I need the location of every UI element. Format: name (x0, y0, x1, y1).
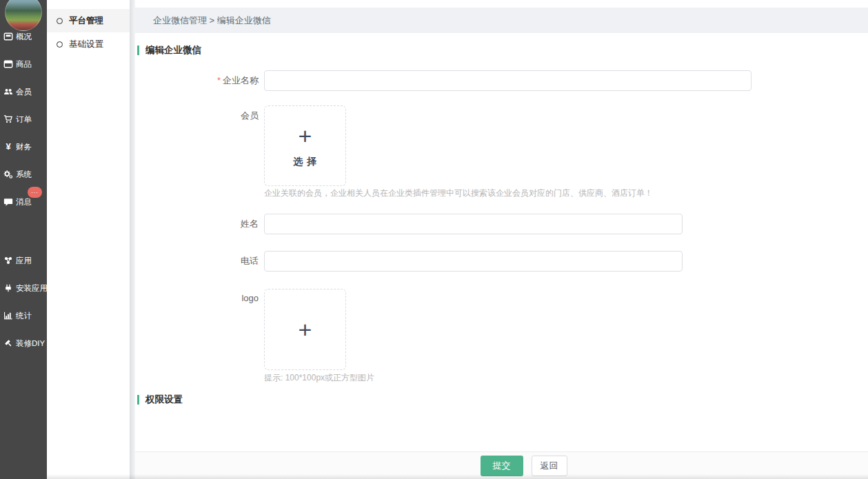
section-accent-bar (137, 395, 139, 405)
section-accent-bar (137, 45, 139, 55)
circle-icon (57, 41, 63, 48)
secondary-sidebar: 平台管理 基础设置 (47, 0, 130, 479)
sidebar-divider (130, 0, 135, 479)
plus-icon: + (299, 124, 312, 147)
logo-label: logo (135, 292, 259, 305)
sidebar-item-system[interactable]: 系统 (0, 161, 47, 188)
sidebar-item-goods[interactable]: 商品 (0, 50, 47, 78)
orders-icon (3, 114, 13, 124)
sidebar-item-label: 装修DIY (16, 338, 45, 349)
phone-label: 电话 (135, 251, 259, 272)
member-select-box[interactable]: + 选 择 (264, 105, 346, 186)
goods-icon (3, 59, 13, 69)
member-helper-text: 企业关联的会员，企业相关人员在企业类插件管理中可以搜索该企业会员对应的门店、供应… (264, 187, 653, 199)
logo-upload-box[interactable]: + (264, 289, 346, 370)
sidebar-item-label: 概况 (16, 32, 32, 42)
section-title-edit: 编辑企业微信 (137, 44, 201, 57)
submenu-item-platform-management[interactable]: 平台管理 (47, 9, 130, 32)
stats-icon (3, 311, 13, 320)
form-footer: 提交 返回 (135, 451, 868, 479)
sidebar-item-label: 商品 (16, 59, 32, 70)
finance-icon: ¥ (3, 142, 13, 152)
phone-input[interactable] (264, 251, 683, 272)
circle-icon (57, 18, 63, 24)
member-label: 会员 (135, 109, 259, 123)
back-button[interactable]: 返回 (532, 456, 567, 476)
member-select-label: 选 择 (293, 156, 317, 168)
diy-icon (3, 338, 13, 348)
message-badge: ... (28, 187, 42, 198)
name-input[interactable] (264, 214, 683, 234)
sidebar-item-install-apps[interactable]: 安装应用 (0, 274, 47, 302)
members-icon (3, 87, 13, 96)
sidebar-item-members[interactable]: 会员 (0, 78, 47, 105)
sidebar-item-label: 订单 (16, 114, 32, 125)
sidebar-item-orders[interactable]: 订单 (0, 105, 47, 133)
logo-hint-text: 提示: 100*100px或正方型图片 (264, 372, 374, 384)
sidebar-item-overview[interactable]: 概况 (0, 23, 47, 50)
system-icon (3, 170, 13, 179)
message-icon (3, 197, 13, 207)
sidebar-item-label: 统计 (16, 311, 32, 321)
sidebar-nav-top: 概况 商品 会员 订单 ¥ 财务 系统 消息 (0, 23, 47, 216)
sidebar-nav-bottom: 应用 安装应用 统计 装修DIY (0, 247, 47, 357)
breadcrumb[interactable]: 企业微信管理 > 编辑企业微信 (135, 8, 868, 33)
required-asterisk: * (217, 75, 221, 85)
section-title-text: 编辑企业微信 (145, 44, 201, 57)
company-name-input[interactable] (264, 70, 751, 91)
sidebar-item-label: 财务 (16, 142, 32, 152)
main-sidebar: 概况 商品 会员 订单 ¥ 财务 系统 消息 ... 应用 (0, 0, 47, 479)
apps-icon (3, 256, 13, 265)
install-apps-icon (3, 283, 13, 293)
sidebar-item-label: 系统 (16, 170, 32, 180)
main-content: 企业微信管理 > 编辑企业微信 编辑企业微信 *企业名称 会员 + 选 择 企业… (135, 0, 868, 479)
sidebar-item-label: 消息 (16, 197, 32, 207)
overview-icon (3, 32, 13, 41)
sidebar-item-label: 应用 (16, 256, 32, 266)
section-title-text: 权限设置 (145, 394, 183, 406)
submenu-item-label: 基础设置 (69, 39, 103, 50)
name-label: 姓名 (135, 214, 259, 234)
submenu-item-basic-settings[interactable]: 基础设置 (47, 32, 130, 56)
sidebar-item-statistics[interactable]: 统计 (0, 302, 47, 329)
sidebar-item-finance[interactable]: ¥ 财务 (0, 133, 47, 161)
company-name-label: *企业名称 (135, 70, 259, 91)
submit-button[interactable]: 提交 (481, 456, 523, 476)
submenu-item-label: 平台管理 (69, 15, 103, 27)
sidebar-item-apps[interactable]: 应用 (0, 247, 47, 274)
label-text: 企业名称 (223, 75, 259, 85)
plus-icon: + (299, 318, 312, 341)
sidebar-item-decorate-diy[interactable]: 装修DIY (0, 329, 47, 357)
section-title-permissions: 权限设置 (137, 394, 183, 406)
sidebar-item-label: 会员 (16, 87, 32, 97)
sidebar-item-label: 安装应用 (16, 283, 48, 294)
